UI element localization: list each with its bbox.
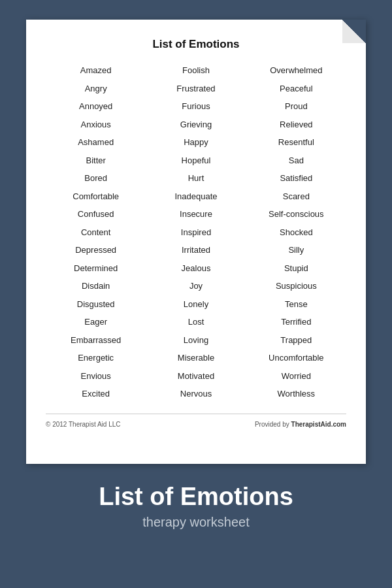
emotion-content: Content xyxy=(46,225,146,240)
emotion-joy: Joy xyxy=(146,278,246,294)
emotion-inspired: Inspired xyxy=(146,225,246,240)
emotion-excited: Excited xyxy=(46,386,146,402)
footer-brand: Provided by TherapistAid.com xyxy=(255,421,346,428)
emotion-scared: Scared xyxy=(246,189,346,204)
emotion-lonely: Lonely xyxy=(146,297,246,312)
emotion-hurt: Hurt xyxy=(146,171,246,186)
emotion-confused: Confused xyxy=(46,206,146,222)
emotion-determined: Determined xyxy=(46,261,146,276)
emotion-grieving: Grieving xyxy=(146,117,246,133)
emotions-grid: Amazed Foolish Overwhelmed Angry Frustra… xyxy=(46,63,346,402)
emotion-loving: Loving xyxy=(146,333,246,348)
emotion-foolish: Foolish xyxy=(146,63,246,78)
emotion-bitter: Bitter xyxy=(46,153,146,169)
emotion-inadequate: Inadequate xyxy=(146,189,246,204)
emotion-tense: Tense xyxy=(246,297,346,312)
footer-copyright: © 2012 Therapist Aid LLC xyxy=(46,421,120,428)
emotion-relieved: Relieved xyxy=(246,117,346,133)
emotion-annoyed: Annoyed xyxy=(46,99,146,114)
emotion-insecure: Insecure xyxy=(146,206,246,222)
emotion-worried: Worried xyxy=(246,368,346,384)
emotion-lost: Lost xyxy=(146,314,246,330)
bottom-title: List of Emotions xyxy=(99,482,293,512)
footer-brand-name: TherapistAid.com xyxy=(291,421,346,428)
emotion-energetic: Energetic xyxy=(46,350,146,366)
emotion-terrified: Terrified xyxy=(246,314,346,330)
emotion-irritated: Irritated xyxy=(146,242,246,258)
emotion-miserable: Miserable xyxy=(146,350,246,366)
emotion-stupid: Stupid xyxy=(246,261,346,276)
emotion-anxious: Anxious xyxy=(46,117,146,133)
paper-footer: © 2012 Therapist Aid LLC Provided by The… xyxy=(46,414,346,428)
emotion-frustrated: Frustrated xyxy=(146,81,246,97)
paper-document: List of Emotions Amazed Foolish Overwhel… xyxy=(26,20,366,464)
emotion-envious: Envious xyxy=(46,368,146,384)
emotion-angry: Angry xyxy=(46,81,146,97)
bottom-subtitle: therapy worksheet xyxy=(99,515,293,530)
emotion-happy: Happy xyxy=(146,135,246,150)
emotion-embarrassed: Embarrassed xyxy=(46,333,146,348)
emotion-furious: Furious xyxy=(146,99,246,114)
emotion-amazed: Amazed xyxy=(46,63,146,78)
emotion-uncomfortable: Uncomfortable xyxy=(246,350,346,366)
emotion-satisfied: Satisfied xyxy=(246,171,346,186)
emotion-depressed: Depressed xyxy=(46,242,146,258)
emotion-ashamed: Ashamed xyxy=(46,135,146,150)
emotion-disdain: Disdain xyxy=(46,278,146,294)
emotion-comfortable: Comfortable xyxy=(46,189,146,204)
emotion-hopeful: Hopeful xyxy=(146,153,246,169)
emotion-self-conscious: Self-conscious xyxy=(246,206,346,222)
emotion-resentful: Resentful xyxy=(246,135,346,150)
emotion-peaceful: Peaceful xyxy=(246,81,346,97)
emotion-nervous: Nervous xyxy=(146,386,246,402)
emotion-worthless: Worthless xyxy=(246,386,346,402)
emotion-motivated: Motivated xyxy=(146,368,246,384)
emotion-jealous: Jealous xyxy=(146,261,246,276)
emotion-disgusted: Disgusted xyxy=(46,297,146,312)
emotion-overwhelmed: Overwhelmed xyxy=(246,63,346,78)
emotion-eager: Eager xyxy=(46,314,146,330)
paper-title: List of Emotions xyxy=(46,38,346,51)
emotion-trapped: Trapped xyxy=(246,333,346,348)
emotion-suspicious: Suspicious xyxy=(246,278,346,294)
footer-provided-by: Provided by xyxy=(255,421,291,428)
emotion-proud: Proud xyxy=(246,99,346,114)
emotion-shocked: Shocked xyxy=(246,225,346,240)
outer-container: List of Emotions Amazed Foolish Overwhel… xyxy=(0,0,392,588)
emotion-silly: Silly xyxy=(246,242,346,258)
emotion-sad: Sad xyxy=(246,153,346,169)
bottom-text-area: List of Emotions therapy worksheet xyxy=(99,482,293,530)
emotion-bored: Bored xyxy=(46,171,146,186)
